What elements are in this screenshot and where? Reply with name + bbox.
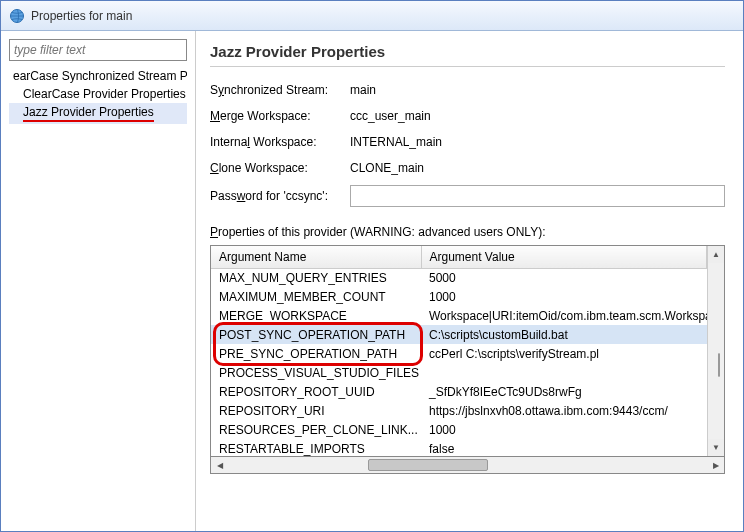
clone-workspace-label: Clone Workspace: [210,161,350,175]
properties-table: Argument Name Argument Value MAX_NUM_QUE… [211,246,707,456]
titlebar: Properties for main [1,1,743,31]
sync-stream-label: Synchronized Stream: [210,83,350,97]
sidebar-item-clearcase-provider[interactable]: ClearCase Provider Properties [9,85,187,103]
globe-icon [9,8,25,24]
cell-argument-value: false [421,439,707,456]
table-row[interactable]: POST_SYNC_OPERATION_PATHC:\scripts\custo… [211,325,707,344]
scroll-left-icon[interactable]: ◀ [211,457,228,473]
cell-argument-value: 1000 [421,420,707,439]
cell-argument-value: C:\scripts\customBuild.bat [421,325,707,344]
divider [210,66,725,67]
column-header-value[interactable]: Argument Value [421,246,707,268]
table-row[interactable]: REPOSITORY_ROOT_UUID_SfDkYf8IEeCTc9UDs8r… [211,382,707,401]
vertical-scrollbar[interactable]: ▲ ▼ [707,246,724,456]
content-pane: Jazz Provider Properties Synchronized St… [196,31,743,531]
cell-argument-name: PROCESS_VISUAL_STUDIO_FILES [211,363,421,382]
cell-argument-value: _SfDkYf8IEeCTc9UDs8rwFg [421,382,707,401]
clone-workspace-value: CLONE_main [350,159,725,177]
horizontal-scrollbar[interactable]: ◀ ▶ [210,457,725,474]
cell-argument-name: RESOURCES_PER_CLONE_LINK... [211,420,421,439]
password-label: Password for 'ccsync': [210,189,350,203]
table-row[interactable]: MAXIMUM_MEMBER_COUNT1000 [211,287,707,306]
cell-argument-name: REPOSITORY_URI [211,401,421,420]
scroll-up-icon[interactable]: ▲ [708,246,724,263]
cell-argument-value: ccPerl C:\scripts\verifyStream.pl [421,344,707,363]
cell-argument-value: 5000 [421,268,707,287]
column-header-name[interactable]: Argument Name [211,246,421,268]
table-row[interactable]: PRE_SYNC_OPERATION_PATHccPerl C:\scripts… [211,344,707,363]
internal-workspace-label: Internal Workspace: [210,135,350,149]
cell-argument-name: MERGE_WORKSPACE [211,306,421,325]
table-row[interactable]: RESTARTABLE_IMPORTSfalse [211,439,707,456]
scroll-down-icon[interactable]: ▼ [708,439,724,456]
table-container: Argument Name Argument Value MAX_NUM_QUE… [210,245,725,474]
hscroll-thumb[interactable] [368,459,488,471]
table-row[interactable]: RESOURCES_PER_CLONE_LINK...1000 [211,420,707,439]
scroll-right-icon[interactable]: ▶ [707,457,724,473]
password-input[interactable] [350,185,725,207]
form: Synchronized Stream: main Merge Workspac… [210,81,725,207]
cell-argument-name: MAX_NUM_QUERY_ENTRIES [211,268,421,287]
cell-argument-name: REPOSITORY_ROOT_UUID [211,382,421,401]
cell-argument-value: https://jbslnxvh08.ottawa.ibm.com:9443/c… [421,401,707,420]
sidebar-item-jazz-provider[interactable]: Jazz Provider Properties [9,103,187,124]
merge-workspace-label: Merge Workspace: [210,109,350,123]
properties-label: Properties of this provider (WARNING: ad… [210,225,725,239]
table-row[interactable]: PROCESS_VISUAL_STUDIO_FILES [211,363,707,382]
page-heading: Jazz Provider Properties [210,43,725,60]
sidebar-item-synchronized-stream[interactable]: earCase Synchronized Stream Pr [9,67,187,85]
sidebar: earCase Synchronized Stream Pr ClearCase… [1,31,196,531]
scroll-thumb[interactable] [718,353,720,377]
cell-argument-value: 1000 [421,287,707,306]
table-row[interactable]: MAX_NUM_QUERY_ENTRIES5000 [211,268,707,287]
sync-stream-value: main [350,81,725,99]
merge-workspace-value: ccc_user_main [350,107,725,125]
filter-input[interactable] [9,39,187,61]
internal-workspace-value: INTERNAL_main [350,133,725,151]
table-row[interactable]: REPOSITORY_URIhttps://jbslnxvh08.ottawa.… [211,401,707,420]
cell-argument-value: Workspace|URI:itemOid/com.ibm.team.scm.W… [421,306,707,325]
window-title: Properties for main [31,9,132,23]
table-row[interactable]: MERGE_WORKSPACEWorkspace|URI:itemOid/com… [211,306,707,325]
cell-argument-name: RESTARTABLE_IMPORTS [211,439,421,456]
cell-argument-name: MAXIMUM_MEMBER_COUNT [211,287,421,306]
cell-argument-name: PRE_SYNC_OPERATION_PATH [211,344,421,363]
cell-argument-name: POST_SYNC_OPERATION_PATH [211,325,421,344]
cell-argument-value [421,363,707,382]
